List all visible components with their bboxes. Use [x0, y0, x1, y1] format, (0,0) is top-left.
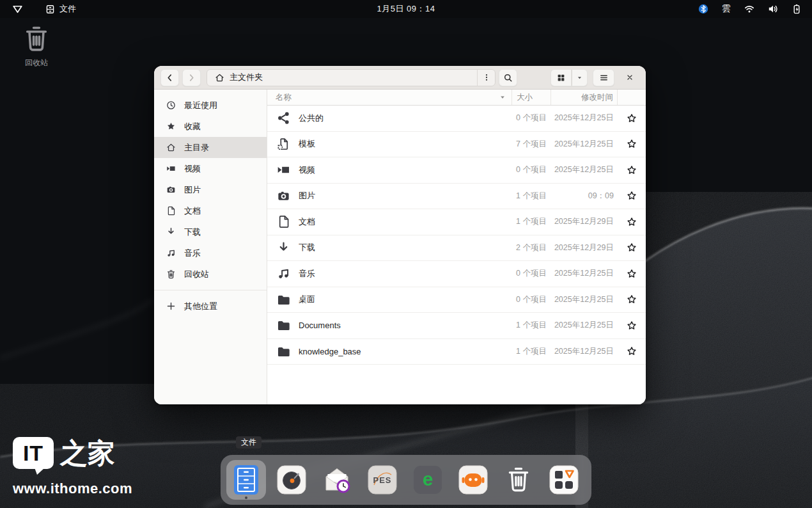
- file-size: 2 个项目: [512, 242, 551, 253]
- dock-item-files[interactable]: [231, 464, 262, 495]
- column-header-modified[interactable]: 修改时间: [551, 90, 618, 105]
- mail-icon: [322, 465, 352, 495]
- path-options-button[interactable]: [477, 70, 495, 86]
- file-row[interactable]: 模板 7 个项目 2025年12月25日: [267, 132, 646, 158]
- sidebar-item-plus[interactable]: 其他位置: [154, 296, 267, 317]
- file-row[interactable]: 桌面 0 个项目 2025年12月25日: [267, 287, 646, 314]
- file-row[interactable]: Documents 1 个项目 2025年12月25日: [267, 313, 646, 339]
- sidebar-item-doc[interactable]: 文档: [154, 200, 267, 221]
- file-name: 模板: [299, 138, 315, 150]
- kebab-menu-icon: [482, 73, 491, 82]
- dock-item-browser[interactable]: e: [412, 464, 443, 495]
- desktop-trash-label: 回收站: [25, 58, 48, 68]
- sidebar-item-label: 文档: [184, 205, 201, 217]
- sidebar-item-icon: [166, 143, 176, 152]
- file-type-icon: [277, 215, 290, 228]
- sidebar-item-icon: [166, 122, 176, 131]
- favorite-star-button[interactable]: [618, 139, 646, 149]
- file-modified: 2025年12月25日: [551, 294, 618, 305]
- file-size: 0 个项目: [512, 294, 551, 305]
- file-type-icon: [277, 241, 290, 255]
- favorite-star-button[interactable]: [618, 242, 646, 253]
- path-bar[interactable]: 主文件夹: [207, 69, 496, 86]
- favorite-star-button[interactable]: [618, 165, 646, 175]
- column-header-star[interactable]: [618, 90, 646, 105]
- file-size: 0 个项目: [512, 164, 551, 175]
- dock-item-appgrid[interactable]: [549, 464, 579, 495]
- favorite-star-button[interactable]: [618, 294, 646, 305]
- input-method-indicator[interactable]: 雲: [722, 3, 731, 15]
- sidebar-item-label: 主目录: [184, 142, 209, 154]
- star-icon: [627, 346, 637, 356]
- search-button[interactable]: [499, 69, 517, 86]
- sidebar-item-video[interactable]: 视频: [154, 158, 267, 179]
- sidebar-item-star-f[interactable]: 收藏: [154, 116, 267, 137]
- column-header-name[interactable]: 名称: [267, 90, 512, 105]
- dock-item-mail[interactable]: [322, 464, 352, 495]
- dock-item-record[interactable]: [276, 464, 307, 495]
- file-size: 1 个项目: [512, 346, 551, 357]
- trash-icon: [505, 466, 532, 494]
- file-modified: 2025年12月29日: [551, 216, 618, 227]
- file-type-icon: [277, 189, 290, 203]
- file-modified: 2025年12月29日: [551, 242, 618, 253]
- clock[interactable]: 1月5日 09：14: [377, 3, 435, 15]
- sidebar-item-icon: [166, 248, 176, 258]
- main-menu-button[interactable]: [593, 69, 614, 86]
- star-icon: [627, 294, 637, 305]
- grid-view-button[interactable]: [550, 69, 572, 86]
- volume-icon[interactable]: [768, 4, 778, 14]
- sidebar-item-camera[interactable]: 图片: [154, 179, 267, 200]
- forward-button[interactable]: [182, 69, 201, 86]
- file-modified: 09：09: [551, 191, 618, 202]
- window-toolbar: 主文件夹: [154, 66, 646, 90]
- file-row[interactable]: 下载 2 个项目 2025年12月29日: [267, 235, 646, 262]
- grid-view-icon: [556, 73, 566, 83]
- sidebar-item-download[interactable]: 下载: [154, 221, 267, 242]
- back-button[interactable]: [160, 69, 179, 86]
- dock-item-trash[interactable]: [503, 464, 534, 495]
- file-row[interactable]: 文档 1 个项目 2025年12月29日: [267, 209, 646, 235]
- file-row[interactable]: 公共的 0 个项目 2025年12月25日: [267, 106, 646, 132]
- column-header-size[interactable]: 大小: [512, 90, 551, 105]
- app-menu[interactable]: 文件: [45, 3, 76, 15]
- favorite-star-button[interactable]: [618, 269, 646, 279]
- sidebar-item-clock[interactable]: 最近使用: [154, 95, 267, 116]
- status-tray[interactable]: 雲: [698, 3, 802, 15]
- system-logo-icon[interactable]: [12, 3, 24, 15]
- sidebar-item-home[interactable]: 主目录: [154, 137, 267, 158]
- file-row[interactable]: 图片 1 个项目 09：09: [267, 184, 646, 210]
- file-type-icon: [277, 111, 290, 125]
- bluetooth-icon[interactable]: [698, 4, 708, 14]
- record-icon: [277, 465, 306, 495]
- close-window-button[interactable]: [620, 69, 639, 86]
- caret-down-icon: [576, 74, 583, 81]
- desktop-trash-shortcut[interactable]: 回收站: [16, 23, 57, 68]
- file-modified: 2025年12月25日: [551, 346, 618, 357]
- favorite-star-button[interactable]: [618, 113, 646, 123]
- file-row[interactable]: 视频 0 个项目 2025年12月25日: [267, 157, 646, 184]
- file-modified: 2025年12月25日: [551, 268, 618, 279]
- top-bar: 文件 1月5日 09：14 雲: [0, 0, 812, 18]
- sidebar-item-trash[interactable]: 回收站: [154, 264, 267, 285]
- search-icon: [503, 73, 513, 83]
- favorite-star-button[interactable]: [618, 321, 646, 331]
- file-row[interactable]: 音乐 0 个项目 2025年12月25日: [267, 261, 646, 287]
- file-size: 7 个项目: [512, 139, 551, 150]
- favorite-star-button[interactable]: [618, 217, 646, 227]
- favorite-star-button[interactable]: [618, 346, 646, 356]
- sidebar-item-icon: [166, 301, 176, 311]
- view-options-dropdown[interactable]: [572, 69, 588, 86]
- file-row[interactable]: knowledge_base 1 个项目 2025年12月25日: [267, 339, 646, 365]
- file-list-pane: 名称 大小 修改时间 公共的 0 个项目 2025年12月25日 模板 7 个项…: [267, 90, 646, 404]
- file-name: knowledge_base: [299, 347, 361, 356]
- file-name: 桌面: [299, 294, 315, 305]
- wifi-icon[interactable]: [744, 4, 754, 14]
- battery-icon[interactable]: [792, 4, 802, 14]
- sidebar-item-music[interactable]: 音乐: [154, 242, 267, 264]
- sidebar-separator: [154, 290, 267, 290]
- file-type-icon: [277, 345, 290, 358]
- dock-item-robot[interactable]: [458, 464, 488, 495]
- favorite-star-button[interactable]: [618, 191, 646, 201]
- dock-item-pes[interactable]: PES: [367, 464, 398, 495]
